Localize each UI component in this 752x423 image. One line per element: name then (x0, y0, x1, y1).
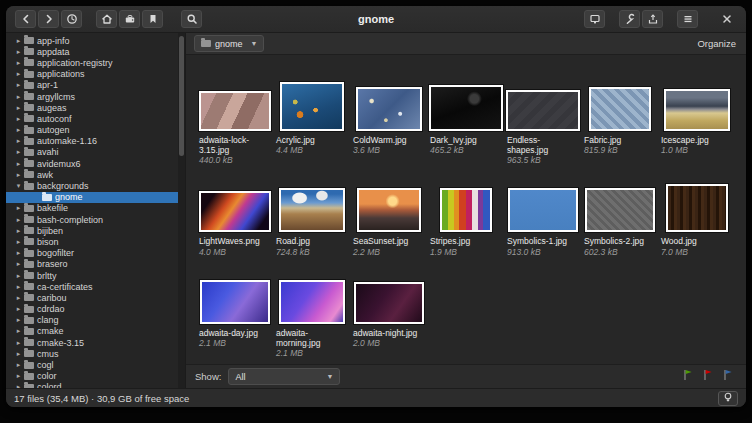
file-item[interactable]: LightWaves.png4.0 MB (196, 183, 273, 257)
expander-icon[interactable]: ▸ (14, 126, 23, 134)
sidebar-item-cmake-3.15[interactable]: ▸cmake-3.15 (6, 337, 185, 348)
expander-icon[interactable]: ▸ (14, 327, 23, 335)
expander-icon[interactable]: ▸ (14, 294, 23, 302)
search-button[interactable] (181, 10, 202, 28)
sidebar-item-avidemux6[interactable]: ▸avidemux6 (6, 158, 185, 169)
expander-icon[interactable]: ▸ (14, 350, 23, 358)
sidebar-item-bakefile[interactable]: ▸bakefile (6, 203, 185, 214)
expander-icon[interactable]: ▸ (14, 216, 23, 224)
sidebar-scrollbar[interactable] (178, 33, 185, 388)
file-item[interactable]: Stripes.jpg1.9 MB (427, 183, 504, 257)
sidebar-item-application-registry[interactable]: ▸application-registry (6, 57, 185, 68)
expander-icon[interactable]: ▸ (14, 305, 23, 313)
expander-icon[interactable]: ▸ (14, 115, 23, 123)
back-button[interactable] (15, 10, 36, 28)
current-folder-dropdown[interactable]: gnome ▼ (194, 35, 264, 52)
file-item[interactable]: Endless-shapes.jpg963.5 kB (504, 82, 581, 166)
expander-icon[interactable]: ▸ (14, 70, 23, 78)
expander-icon[interactable]: ▸ (14, 104, 23, 112)
sidebar-item-bash-completion[interactable]: ▸bash-completion (6, 214, 185, 225)
sidebar-item-app-info[interactable]: ▸app-info (6, 35, 185, 46)
sidebar-item-color[interactable]: ▸color (6, 371, 185, 382)
expander-icon[interactable]: ▸ (14, 59, 23, 67)
tips-button[interactable] (718, 391, 738, 406)
sidebar-item-bogofilter[interactable]: ▸bogofilter (6, 248, 185, 259)
sidebar-item-autogen[interactable]: ▸autogen (6, 125, 185, 136)
export-button[interactable] (642, 10, 663, 28)
file-item[interactable]: adwaita-morning.jpg2.1 MB (273, 275, 350, 359)
sidebar-item-bijiben[interactable]: ▸bijiben (6, 225, 185, 236)
home-button[interactable] (96, 10, 117, 28)
sidebar-item-cdrdao[interactable]: ▸cdrdao (6, 304, 185, 315)
expander-icon[interactable]: ▸ (14, 272, 23, 280)
sidebar-item-cmake[interactable]: ▸cmake (6, 326, 185, 337)
file-item[interactable]: Wood.jpg7.0 MB (658, 183, 735, 257)
presentation-button[interactable] (584, 10, 605, 28)
file-item[interactable]: Road.jpg724.8 kB (273, 183, 350, 257)
expander-icon[interactable]: ▸ (14, 171, 23, 179)
sidebar-item-apr-1[interactable]: ▸apr-1 (6, 80, 185, 91)
file-item[interactable]: adwaita-night.jpg2.0 MB (350, 275, 427, 359)
filter-dropdown[interactable]: All ▼ (228, 368, 340, 385)
sidebar-item-clang[interactable]: ▸clang (6, 315, 185, 326)
sidebar-item-appdata[interactable]: ▸appdata (6, 46, 185, 57)
expander-icon[interactable]: ▸ (14, 48, 23, 56)
sidebar-item-argyllcms[interactable]: ▸argyllcms (6, 91, 185, 102)
bookmarks-button[interactable] (142, 10, 163, 28)
expander-icon[interactable]: ▸ (14, 137, 23, 145)
expander-icon[interactable]: ▸ (14, 227, 23, 235)
file-item[interactable]: ColdWarm.jpg3.6 MB (350, 82, 427, 166)
sidebar-item-augeas[interactable]: ▸augeas (6, 102, 185, 113)
expander-icon[interactable]: ▸ (14, 81, 23, 89)
expander-icon[interactable]: ▸ (14, 372, 23, 380)
history-button[interactable] (61, 10, 82, 28)
sidebar-item-automake-1.16[interactable]: ▸automake-1.16 (6, 136, 185, 147)
sidebar-item-colord[interactable]: ▸colord (6, 382, 185, 388)
close-window-button[interactable] (716, 10, 737, 28)
expander-icon[interactable]: ▸ (14, 249, 23, 257)
expander-icon[interactable]: ▸ (14, 160, 23, 168)
file-item[interactable]: Icescape.jpg1.0 MB (658, 82, 735, 166)
tools-button[interactable] (619, 10, 640, 28)
sidebar-item-awk[interactable]: ▸awk (6, 169, 185, 180)
sidebar-item-avahi[interactable]: ▸avahi (6, 147, 185, 158)
file-item[interactable]: Symbolics-1.jpg913.0 kB (504, 183, 581, 257)
expander-icon[interactable]: ▸ (14, 316, 23, 324)
green-flag-button[interactable] (683, 369, 693, 384)
expander-icon[interactable]: ▸ (14, 383, 23, 388)
expander-icon[interactable]: ▸ (14, 339, 23, 347)
sidebar-item-brasero[interactable]: ▸brasero (6, 259, 185, 270)
sidebar-item-cogl[interactable]: ▸cogl (6, 359, 185, 370)
organize-button[interactable]: Organize (695, 38, 738, 49)
file-item[interactable]: Dark_Ivy.jpg465.2 kB (427, 82, 504, 166)
menu-button[interactable] (677, 10, 698, 28)
file-item[interactable]: Acrylic.jpg4.4 MB (273, 82, 350, 166)
sidebar-item-brltty[interactable]: ▸brltty (6, 270, 185, 281)
expander-icon[interactable]: ▾ (14, 182, 23, 190)
sidebar-item-cmus[interactable]: ▸cmus (6, 348, 185, 359)
sidebar-item-ca-certificates[interactable]: ▸ca-certificates (6, 281, 185, 292)
forward-button[interactable] (38, 10, 59, 28)
expander-icon[interactable]: ▸ (14, 238, 23, 246)
file-item[interactable]: Symbolics-2.jpg602.3 kB (581, 183, 658, 257)
expander-icon[interactable]: ▸ (14, 260, 23, 268)
expander-icon[interactable]: ▸ (14, 283, 23, 291)
sidebar-item-gnome[interactable]: gnome (6, 192, 185, 203)
expander-icon[interactable]: ▸ (14, 361, 23, 369)
expander-icon[interactable]: ▸ (14, 204, 23, 212)
drive-button[interactable] (119, 10, 140, 28)
file-item[interactable]: adwaita-day.jpg2.1 MB (196, 275, 273, 359)
file-item[interactable]: adwaita-lock-3.15.jpg440.0 kB (196, 82, 273, 166)
sidebar-item-applications[interactable]: ▸applications (6, 69, 185, 80)
sidebar-item-bison[interactable]: ▸bison (6, 236, 185, 247)
red-flag-button[interactable] (703, 369, 713, 384)
sidebar-item-backgrounds[interactable]: ▾backgrounds (6, 180, 185, 191)
file-item[interactable]: SeaSunset.jpg2.2 MB (350, 183, 427, 257)
expander-icon[interactable]: ▸ (14, 37, 23, 45)
sidebar-item-caribou[interactable]: ▸caribou (6, 292, 185, 303)
sidebar-item-autoconf[interactable]: ▸autoconf (6, 113, 185, 124)
sidebar-scrollbar-thumb[interactable] (179, 36, 184, 156)
expander-icon[interactable]: ▸ (14, 93, 23, 101)
expander-icon[interactable]: ▸ (14, 148, 23, 156)
blue-flag-button[interactable] (723, 369, 733, 384)
